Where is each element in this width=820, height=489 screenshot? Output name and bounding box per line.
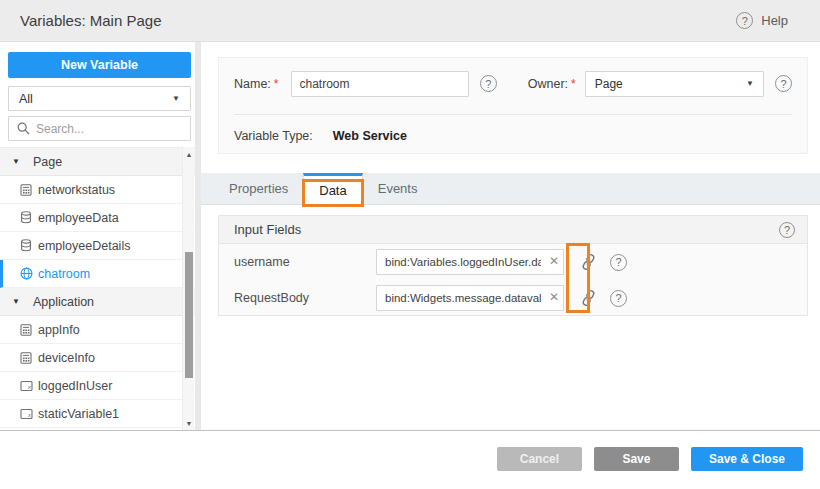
name-owner-row: Name: * ? Owner: * Page ▼ ? — [234, 70, 792, 97]
variable-filter-select[interactable]: All ▼ — [8, 86, 191, 111]
input-fields-header: Input Fields ? — [219, 216, 807, 244]
scroll-down-icon[interactable]: ▼ — [183, 417, 195, 429]
tab-data-label: Data — [319, 183, 346, 198]
cancel-button[interactable]: Cancel — [497, 447, 582, 471]
help-label: Help — [761, 13, 788, 28]
sidebar-group-page[interactable]: ▼ Page — [0, 148, 195, 176]
sidebar-item-networkstatus[interactable]: networkstatus — [0, 176, 195, 204]
web-service-icon — [19, 267, 33, 280]
dialog-header: Variables: Main Page ? Help — [0, 0, 820, 42]
variable-label: employeeDetails — [38, 239, 130, 253]
bind-link-icon[interactable] — [578, 289, 598, 307]
sidebar-group-application[interactable]: ▼ Application — [0, 288, 195, 316]
sidebar-item-appInfo[interactable]: appInfo — [0, 316, 195, 344]
clear-binding-icon[interactable]: ✕ — [549, 290, 559, 306]
variable-type-row: Variable Type: Web Service — [234, 124, 407, 148]
sidebar-item-staticVariable1[interactable]: x staticVariable1 — [0, 400, 195, 428]
clear-binding-icon[interactable]: ✕ — [549, 254, 559, 270]
collapse-icon: ▼ — [12, 157, 20, 166]
username-bind-input[interactable] — [376, 249, 564, 275]
variable-summary-panel: Name: * ? Owner: * Page ▼ ? Variable Typ… — [218, 57, 808, 154]
sidebar-item-deviceInfo[interactable]: deviceInfo — [0, 344, 195, 372]
chevron-down-icon: ▼ — [172, 94, 180, 103]
help-icon: ? — [736, 12, 753, 29]
group-label: Application — [33, 295, 94, 309]
name-help-icon[interactable]: ? — [480, 75, 497, 92]
variable-list: ▼ Page networkstatus employeeData employ… — [0, 147, 195, 429]
name-input[interactable] — [291, 71, 469, 97]
help-button[interactable]: ? Help — [736, 12, 788, 29]
sidebar-item-employeeData[interactable]: employeeData — [0, 204, 195, 232]
search-icon — [17, 122, 30, 135]
footer-buttons: Cancel Save Save & Close — [497, 447, 803, 471]
variable-label: loggedInUser — [38, 379, 112, 393]
sidebar-item-loggedInUser[interactable]: x loggedInUser — [0, 372, 195, 400]
search-input[interactable] — [36, 122, 166, 136]
variable-type-value: Web Service — [333, 129, 407, 143]
field-label-username: username — [234, 255, 376, 269]
save-and-close-button[interactable]: Save & Close — [691, 447, 803, 471]
requestbody-help-icon[interactable]: ? — [610, 290, 627, 307]
tab-properties[interactable]: Properties — [214, 173, 303, 204]
list-scrollbar[interactable]: ▲ ▼ — [182, 147, 194, 430]
footer-bar: Cancel Save Save & Close — [0, 431, 820, 489]
database-icon — [19, 239, 33, 252]
variable-type-label: Variable Type: — [234, 129, 313, 143]
sidebar-item-chatroom[interactable]: chatroom — [0, 260, 195, 288]
group-label: Page — [33, 155, 62, 169]
input-fields-title: Input Fields — [234, 222, 301, 237]
username-help-icon[interactable]: ? — [610, 254, 627, 271]
svg-text:x: x — [27, 412, 32, 418]
variable-detail-panel: Name: * ? Owner: * Page ▼ ? Variable Typ… — [201, 42, 820, 430]
variable-label: networkstatus — [38, 183, 115, 197]
detail-tabbar: Properties Data Events — [201, 173, 820, 205]
variable-label: chatroom — [38, 267, 90, 281]
variable-label: employeeData — [38, 211, 119, 225]
database-icon — [19, 211, 33, 224]
input-field-row-requestbody: RequestBody ✕ ? — [234, 285, 627, 311]
device-variable-icon — [19, 324, 33, 336]
variable-label: staticVariable1 — [38, 407, 119, 421]
variables-sidebar: New Variable All ▼ ▼ Page networkstatus … — [0, 42, 195, 430]
collapse-icon: ▼ — [12, 297, 20, 306]
svg-text:x: x — [27, 384, 32, 390]
save-button[interactable]: Save — [594, 447, 679, 471]
owner-selected-value: Page — [595, 77, 623, 91]
tab-events[interactable]: Events — [363, 173, 433, 204]
owner-help-icon[interactable]: ? — [775, 75, 792, 92]
input-field-row-username: username ✕ ? — [234, 249, 627, 275]
variable-label: deviceInfo — [38, 351, 95, 365]
page-title: Variables: Main Page — [20, 12, 161, 29]
static-variable-icon: x — [19, 380, 33, 392]
variable-search[interactable] — [8, 116, 191, 141]
owner-label: Owner: — [528, 77, 568, 91]
scrollbar-thumb[interactable] — [185, 252, 193, 378]
filter-selected-value: All — [19, 92, 33, 106]
input-fields-panel: Input Fields ? username ✕ ? RequestBody … — [218, 215, 808, 316]
sidebar-item-employeeDetails[interactable]: employeeDetails — [0, 232, 195, 260]
name-label: Name: — [234, 77, 271, 91]
tab-data[interactable]: Data — [303, 173, 362, 204]
owner-select[interactable]: Page ▼ — [585, 71, 764, 97]
requestbody-bind-input[interactable] — [376, 285, 564, 311]
variable-label: appInfo — [38, 323, 80, 337]
bind-field-wrap: ✕ — [376, 285, 564, 311]
required-asterisk: * — [571, 77, 576, 91]
bind-field-wrap: ✕ — [376, 249, 564, 275]
form-divider — [234, 114, 792, 115]
static-variable-icon: x — [19, 408, 33, 420]
required-asterisk: * — [274, 77, 279, 91]
device-variable-icon — [19, 352, 33, 364]
input-fields-help-icon[interactable]: ? — [779, 222, 795, 238]
new-variable-button[interactable]: New Variable — [8, 52, 191, 78]
bind-link-icon[interactable] — [578, 253, 598, 271]
chevron-down-icon: ▼ — [746, 79, 754, 88]
field-label-requestbody: RequestBody — [234, 291, 376, 305]
scroll-up-icon[interactable]: ▲ — [183, 148, 195, 160]
device-variable-icon — [19, 184, 33, 196]
